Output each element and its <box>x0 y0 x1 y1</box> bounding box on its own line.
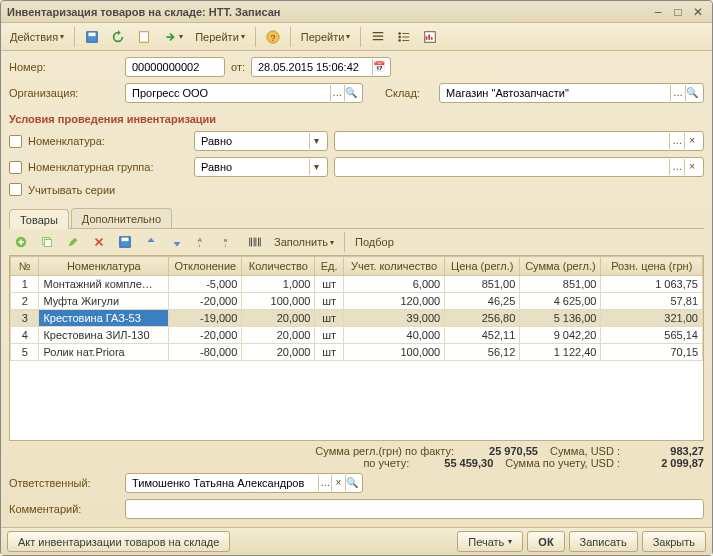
dots-icon[interactable]: … <box>669 159 684 175</box>
acc-usd-label: Сумма по учету, USD : <box>505 457 620 469</box>
write-button[interactable]: Записать <box>569 531 638 552</box>
org-pick-icon[interactable]: … <box>330 85 344 101</box>
acc-value: 55 459,30 <box>413 457 493 469</box>
from-label: от: <box>231 61 245 73</box>
table-row[interactable]: 3Крестовина ГАЗ-53-19,00020,000шт39,0002… <box>11 310 703 327</box>
series-label: Учитывать серии <box>28 184 115 196</box>
delete-row-icon[interactable] <box>87 231 111 253</box>
date-input[interactable]: 📅 <box>251 57 391 77</box>
link-icon[interactable]: ▾ <box>158 26 188 48</box>
copy-row-icon[interactable] <box>35 231 59 253</box>
report-icon[interactable] <box>418 26 442 48</box>
svg-rect-11 <box>44 239 51 246</box>
fact-value: 25 970,55 <box>458 445 538 457</box>
number-input[interactable] <box>125 57 225 77</box>
nomen-checkbox[interactable] <box>9 135 22 148</box>
svg-rect-13 <box>122 238 129 242</box>
print-button[interactable]: Печать▾ <box>457 531 523 552</box>
select-button[interactable]: Подбор <box>350 231 399 253</box>
org-search-icon[interactable]: 🔍 <box>344 85 358 101</box>
barcode-icon[interactable] <box>243 231 267 253</box>
chevron-down-icon[interactable]: ▾ <box>309 133 323 149</box>
table-row[interactable]: 5Ролик нат.Priora-80,00020,000шт100,0005… <box>11 344 703 361</box>
svg-point-7 <box>399 39 402 42</box>
minimize-button[interactable]: – <box>650 5 666 19</box>
nomen-label: Номенклатура: <box>28 135 188 147</box>
col-header[interactable]: Количество <box>242 257 315 276</box>
number-label: Номер: <box>9 61 119 73</box>
bullets-icon[interactable] <box>392 26 416 48</box>
footer: Акт инвентаризации товаров на складе Печ… <box>1 527 712 555</box>
chevron-down-icon[interactable]: ▾ <box>309 159 323 175</box>
col-header[interactable]: Учет. количество <box>343 257 444 276</box>
group-label: Номенклатурная группа: <box>28 161 188 173</box>
sum-usd-value: 983,27 <box>624 445 704 457</box>
save-grid-icon[interactable] <box>113 231 137 253</box>
warehouse-input[interactable]: … 🔍 <box>439 83 704 103</box>
org-input[interactable]: … 🔍 <box>125 83 363 103</box>
close-footer-button[interactable]: Закрыть <box>642 531 706 552</box>
conditions-title: Условия проведения инвентаризации <box>9 113 704 125</box>
dots-icon[interactable]: … <box>318 475 331 491</box>
close-button[interactable]: ✕ <box>690 5 706 19</box>
col-header[interactable]: № <box>11 257 39 276</box>
help-icon[interactable]: ? <box>261 26 285 48</box>
goto-menu-1[interactable]: Перейти▾ <box>190 26 250 48</box>
table-row[interactable]: 2Муфта Жигули-20,000100,000шт120,00046,2… <box>11 293 703 310</box>
col-header[interactable]: Сумма (регл.) <box>520 257 601 276</box>
group-value-input[interactable]: …× <box>334 157 704 177</box>
clear-icon[interactable]: × <box>684 133 699 149</box>
series-checkbox[interactable] <box>9 183 22 196</box>
sort-asc-icon[interactable]: A↓ <box>191 231 215 253</box>
table-row[interactable]: 4Крестовина ЗИЛ-130-20,00020,000шт40,000… <box>11 327 703 344</box>
warehouse-search-icon[interactable]: 🔍 <box>685 85 699 101</box>
col-header[interactable]: Цена (регл.) <box>445 257 520 276</box>
maximize-button[interactable]: □ <box>670 5 686 19</box>
totals: Сумма регл.(грн) по факту: 25 970,55 Сум… <box>9 441 704 473</box>
dots-icon[interactable]: … <box>669 133 684 149</box>
tabs: ТоварыДополнительно <box>9 208 704 229</box>
svg-point-5 <box>399 32 402 35</box>
nomen-value-input[interactable]: …× <box>334 131 704 151</box>
table-row[interactable]: 1Монтажний компле…-5,0001,000шт6,000851,… <box>11 276 703 293</box>
clear-icon[interactable]: × <box>331 475 344 491</box>
clear-icon[interactable]: × <box>684 159 699 175</box>
save-icon[interactable] <box>80 26 104 48</box>
col-header[interactable]: Номенклатура <box>39 257 169 276</box>
refresh-icon[interactable] <box>106 26 130 48</box>
list-icon[interactable] <box>366 26 390 48</box>
actions-menu[interactable]: Действия▾ <box>5 26 69 48</box>
doc-icon[interactable] <box>132 26 156 48</box>
sort-desc-icon[interactable]: я↓ <box>217 231 241 253</box>
warehouse-pick-icon[interactable]: … <box>670 85 684 101</box>
main-toolbar: Действия▾ ▾ Перейти▾ ? Перейти▾ <box>1 23 712 51</box>
ok-button[interactable]: ОК <box>527 531 564 552</box>
tab-1[interactable]: Дополнительно <box>71 208 172 228</box>
move-up-icon[interactable] <box>139 231 163 253</box>
responsible-input[interactable]: … × 🔍 <box>125 473 363 493</box>
date-picker-icon[interactable]: 📅 <box>372 59 386 75</box>
svg-rect-1 <box>89 32 96 36</box>
search-icon[interactable]: 🔍 <box>345 475 358 491</box>
org-label: Организация: <box>9 87 119 99</box>
comment-label: Комментарий: <box>9 503 119 515</box>
items-grid[interactable]: №НоменклатураОтклонениеКоличествоЕд.Учет… <box>9 255 704 441</box>
move-down-icon[interactable] <box>165 231 189 253</box>
col-header[interactable]: Отклонение <box>169 257 242 276</box>
edit-row-icon[interactable] <box>61 231 85 253</box>
svg-point-6 <box>399 35 402 38</box>
goto-menu-2[interactable]: Перейти▾ <box>296 26 356 48</box>
add-row-icon[interactable] <box>9 231 33 253</box>
fill-menu[interactable]: Заполнить▾ <box>269 231 339 253</box>
svg-text:↓: ↓ <box>224 241 227 248</box>
group-checkbox[interactable] <box>9 161 22 174</box>
col-header[interactable]: Розн. цена (грн) <box>601 257 703 276</box>
acc-usd-value: 2 099,87 <box>624 457 704 469</box>
comment-input[interactable] <box>125 499 704 519</box>
nomen-op-select[interactable]: ▾ <box>194 131 328 151</box>
tab-0[interactable]: Товары <box>9 209 69 229</box>
responsible-label: Ответственный: <box>9 477 119 489</box>
col-header[interactable]: Ед. <box>315 257 343 276</box>
act-button[interactable]: Акт инвентаризации товаров на складе <box>7 531 230 552</box>
group-op-select[interactable]: ▾ <box>194 157 328 177</box>
